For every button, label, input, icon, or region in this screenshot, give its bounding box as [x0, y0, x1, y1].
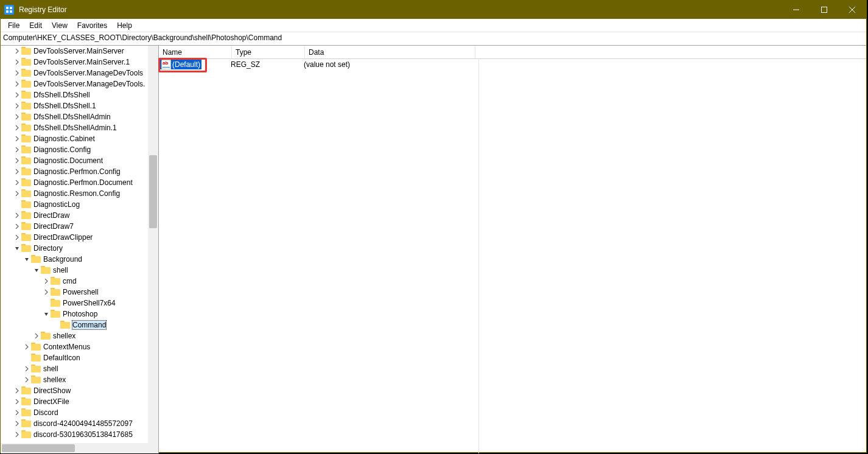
chevron-right-icon[interactable] — [13, 408, 21, 417]
column-header-type[interactable]: Type — [232, 46, 305, 58]
titlebar[interactable]: Registry Editor — [1, 1, 866, 19]
folder-icon — [51, 299, 60, 307]
tree-item[interactable]: DfsShell.DfsShellAdmin — [1, 111, 148, 122]
tree-item[interactable]: DirectShow — [1, 385, 148, 396]
folder-icon — [21, 222, 31, 231]
close-button[interactable] — [838, 1, 866, 19]
chevron-down-icon[interactable] — [42, 310, 51, 318]
tree-item[interactable]: shellex — [1, 330, 148, 341]
minimize-button[interactable] — [782, 1, 810, 19]
chevron-right-icon[interactable] — [32, 332, 41, 340]
tree-item[interactable]: Diagnostic.Perfmon.Document — [1, 177, 148, 188]
chevron-right-icon[interactable] — [42, 277, 51, 285]
maximize-button[interactable] — [810, 1, 838, 19]
tree-item[interactable]: cmd — [1, 276, 148, 287]
tree-item[interactable]: DfsShell.DfsShell — [1, 89, 148, 100]
chevron-right-icon[interactable] — [13, 145, 21, 154]
chevron-right-icon[interactable] — [23, 375, 31, 384]
chevron-right-icon[interactable] — [13, 233, 21, 242]
tree-item[interactable]: DirectDraw7 — [1, 221, 148, 232]
folder-icon — [51, 288, 60, 296]
tree-item-label: Photoshop — [63, 310, 97, 318]
tree-item[interactable]: PowerShell7x64 — [1, 298, 148, 309]
menu-favorites[interactable]: Favorites — [72, 20, 112, 31]
chevron-right-icon[interactable] — [13, 156, 21, 165]
chevron-right-icon[interactable] — [13, 124, 21, 132]
tree-horizontal-scrollbar[interactable] — [1, 443, 148, 453]
chevron-right-icon[interactable] — [13, 222, 21, 231]
tree-item[interactable]: Diagnostic.Resmon.Config — [1, 188, 148, 199]
tree-item[interactable]: Powershell — [1, 287, 148, 298]
tree-item[interactable]: Background — [1, 254, 148, 265]
address-bar[interactable]: Computer\HKEY_CLASSES_ROOT\Directory\Bac… — [1, 32, 866, 46]
chevron-right-icon[interactable] — [13, 167, 21, 176]
chevron-right-icon[interactable] — [13, 134, 21, 143]
menu-file[interactable]: File — [3, 20, 24, 31]
chevron-right-icon[interactable] — [13, 419, 21, 428]
column-header-name[interactable]: Name — [159, 46, 232, 58]
chevron-right-icon[interactable] — [13, 178, 21, 187]
tree-item[interactable]: Photoshop — [1, 309, 148, 320]
chevron-right-icon[interactable] — [13, 386, 21, 395]
tree-item[interactable]: DiagnosticLog — [1, 199, 148, 210]
tree-item[interactable]: discord-424004941485572097 — [1, 418, 148, 429]
menu-help[interactable]: Help — [112, 20, 137, 31]
folder-icon — [21, 145, 31, 154]
tree-item[interactable]: discord-530196305138417685 — [1, 429, 148, 440]
chevron-down-icon[interactable] — [23, 255, 31, 264]
tree-item[interactable]: DirectDraw — [1, 210, 148, 221]
tree-item[interactable]: Discord — [1, 407, 148, 418]
tree-item[interactable]: DevToolsServer.MainServer — [1, 46, 148, 57]
tree-item[interactable]: shellex — [1, 374, 148, 385]
chevron-right-icon[interactable] — [13, 58, 21, 66]
tree-item[interactable]: shell — [1, 363, 148, 374]
chevron-right-icon[interactable] — [13, 113, 21, 121]
chevron-right-icon[interactable] — [13, 397, 21, 406]
menu-edit[interactable]: Edit — [24, 20, 47, 31]
tree-item[interactable]: DevToolsServer.ManageDevTools. — [1, 79, 148, 89]
folder-icon — [51, 310, 60, 318]
tree-vertical-scrollbar[interactable] — [148, 46, 158, 443]
chevron-right-icon[interactable] — [13, 189, 21, 198]
column-header-data[interactable]: Data — [305, 46, 475, 58]
tree-item[interactable]: Diagnostic.Perfmon.Config — [1, 166, 148, 177]
tree-item[interactable]: Diagnostic.Document — [1, 155, 148, 166]
tree-item[interactable]: DirectDrawClipper — [1, 232, 148, 243]
tree-item[interactable]: DefaultIcon — [1, 352, 148, 363]
chevron-right-icon[interactable] — [13, 430, 21, 439]
content-area: DevToolsServer.MainServerDevToolsServer.… — [1, 46, 866, 453]
tree-item[interactable]: Diagnostic.Config — [1, 144, 148, 155]
chevron-right-icon[interactable] — [13, 69, 21, 77]
tree-item[interactable]: ContextMenus — [1, 341, 148, 352]
tree-item-label: DirectXFile — [33, 397, 69, 406]
tree-item[interactable]: DirectXFile — [1, 396, 148, 407]
tree-item[interactable]: Diagnostic.Cabinet — [1, 133, 148, 144]
chevron-right-icon[interactable] — [13, 102, 21, 110]
tree-item[interactable]: DevToolsServer.ManageDevTools — [1, 68, 148, 79]
tree-item[interactable]: DfsShell.DfsShellAdmin.1 — [1, 122, 148, 133]
column-separator — [478, 59, 479, 453]
tree-item-label: DevToolsServer.ManageDevTools. — [33, 80, 145, 88]
tree-item[interactable]: DevToolsServer.MainServer.1 — [1, 57, 148, 68]
chevron-right-icon[interactable] — [13, 211, 21, 220]
registry-tree[interactable]: DevToolsServer.MainServerDevToolsServer.… — [1, 46, 148, 440]
chevron-right-icon[interactable] — [23, 343, 31, 351]
tree-item[interactable]: Command — [1, 320, 148, 330]
scrollbar-thumb[interactable] — [2, 444, 75, 452]
chevron-right-icon[interactable] — [42, 288, 51, 296]
value-row-default[interactable]: (Default) REG_SZ (value not set) — [159, 59, 866, 70]
svg-rect-1 — [10, 7, 12, 9]
chevron-right-icon[interactable] — [13, 80, 21, 88]
chevron-right-icon[interactable] — [13, 47, 21, 55]
tree-item[interactable]: Directory — [1, 243, 148, 254]
tree-item[interactable]: DfsShell.DfsShell.1 — [1, 100, 148, 111]
tree-item[interactable]: shell — [1, 265, 148, 276]
chevron-right-icon[interactable] — [23, 365, 31, 373]
tree-item-label: Diagnostic.Perfmon.Document — [33, 178, 133, 187]
scrollbar-thumb[interactable] — [149, 155, 157, 228]
menu-view[interactable]: View — [47, 20, 72, 31]
chevron-down-icon[interactable] — [32, 266, 41, 274]
chevron-down-icon[interactable] — [13, 244, 21, 253]
folder-icon — [21, 69, 31, 77]
chevron-right-icon[interactable] — [13, 91, 21, 99]
